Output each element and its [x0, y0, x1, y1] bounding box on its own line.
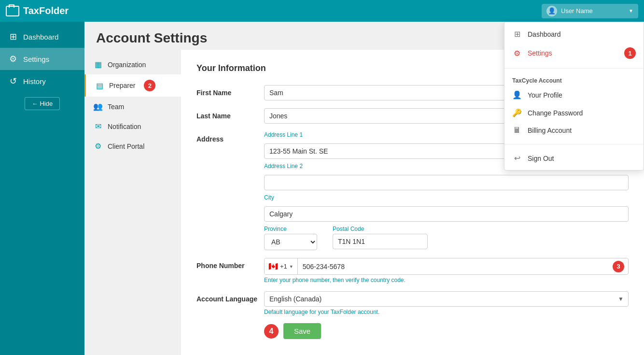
save-button[interactable]: Save — [283, 323, 321, 339]
logo-icon — [6, 6, 19, 16]
dropdown-dashboard-label: Dashboard — [528, 30, 561, 38]
postal-input[interactable] — [333, 234, 428, 249]
language-select[interactable]: English (Canada) French (Canada) English… — [264, 291, 629, 307]
address-line2-input[interactable] — [264, 175, 629, 190]
client-portal-icon: ⚙ — [93, 142, 103, 151]
address-label: Address — [196, 131, 264, 143]
sub-sidebar-preparer-label: Preparer — [109, 82, 135, 89]
sub-sidebar-client-portal[interactable]: ⚙ Client Portal — [84, 136, 181, 156]
language-hint: Default language for your TaxFolder acco… — [264, 309, 629, 315]
province-label: Province — [264, 226, 327, 232]
sub-sidebar-team[interactable]: 👥 Team — [84, 97, 181, 116]
phone-hint: Enter your phone number, then verify the… — [264, 277, 629, 284]
sub-sidebar-notification[interactable]: ✉ Notification — [84, 116, 181, 136]
language-controls: English (Canada) French (Canada) English… — [264, 291, 629, 315]
dropdown-billing-account-item[interactable]: 🖩 Billing Account — [504, 122, 644, 139]
sub-sidebar-organization[interactable]: ▦ Organization — [84, 55, 181, 74]
sub-sidebar-preparer[interactable]: ▤ Preparer 2 — [84, 74, 181, 97]
badge-1: 1 — [624, 47, 636, 59]
save-controls: 4 Save — [264, 323, 629, 339]
dropdown-divider-2 — [504, 144, 644, 144]
badge-3: 3 — [613, 261, 624, 272]
history-sidebar-icon: ↺ — [8, 76, 18, 86]
dropdown-your-profile-label: Your Profile — [528, 91, 562, 99]
dropdown-billing-label: Billing Account — [528, 127, 572, 134]
sign-out-icon: ↩ — [512, 154, 522, 163]
user-menu-button[interactable]: 👤 User Name ▼ — [542, 4, 638, 18]
phone-code: +1 — [280, 263, 287, 270]
language-group: Account Language English (Canada) French… — [196, 291, 629, 315]
user-dropdown-menu: ⊞ Dashboard ⚙ Settings 1 TaxCycle Accoun… — [504, 22, 644, 170]
first-name-label: First Name — [196, 85, 264, 97]
save-label-spacer — [196, 323, 264, 327]
notification-icon: ✉ — [93, 122, 103, 131]
sidebar-item-settings[interactable]: ⚙ Settings — [0, 48, 84, 70]
settings-icon: ⚙ — [512, 49, 522, 58]
language-label: Account Language — [196, 291, 264, 303]
postal-label: Postal Code — [333, 226, 629, 232]
sidebar-item-dashboard-label: Dashboard — [23, 33, 58, 41]
city-label: City — [264, 194, 629, 201]
dropdown-account-section: TaxCycle Account 👤 Your Profile 🔑 Change… — [504, 71, 644, 142]
phone-row: 🇨🇦 +1 ▼ 3 — [264, 258, 629, 275]
dropdown-your-profile-item[interactable]: 👤 Your Profile — [504, 86, 644, 104]
app-logo: TaxFolder — [6, 5, 69, 16]
sidebar-item-history-label: History — [23, 77, 46, 85]
top-bar: TaxFolder 👤 User Name ▼ ⊞ Dashboard ⚙ Se… — [0, 0, 644, 22]
user-name-label: User Name — [561, 7, 593, 14]
sidebar-item-dashboard[interactable]: ⊞ Dashboard — [0, 26, 84, 48]
province-postal-row: Province ABBCMBNB NLNSNTNU ONPEQCSKYT Po… — [264, 226, 629, 250]
sidebar: ⊞ Dashboard ⚙ Settings ↺ History ← Hide — [0, 22, 84, 355]
phone-controls: 🇨🇦 +1 ▼ 3 Enter your phone number, then … — [264, 258, 629, 284]
postal-group: Postal Code — [333, 226, 629, 250]
sub-sidebar-notification-label: Notification — [108, 123, 141, 130]
phone-flag-button[interactable]: 🇨🇦 +1 ▼ — [265, 258, 298, 274]
your-profile-icon: 👤 — [512, 90, 522, 99]
dropdown-dashboard-item[interactable]: ⊞ Dashboard — [504, 25, 644, 43]
phone-input[interactable] — [298, 259, 613, 274]
dropdown-change-password-label: Change Password — [528, 109, 583, 117]
sub-sidebar-client-portal-label: Client Portal — [108, 142, 144, 150]
dropdown-sign-out-label: Sign Out — [528, 155, 554, 162]
organization-icon: ▦ — [93, 60, 103, 69]
settings-sidebar-icon: ⚙ — [8, 54, 18, 64]
dropdown-divider-1 — [504, 68, 644, 69]
phone-group: Phone Number 🇨🇦 +1 ▼ 3 Enter your phone … — [196, 258, 629, 284]
hide-button[interactable]: ← Hide — [25, 97, 60, 110]
dropdown-change-password-item[interactable]: 🔑 Change Password — [504, 104, 644, 122]
hide-button-label: ← Hide — [32, 100, 53, 107]
badge-4: 4 — [264, 324, 279, 339]
change-password-icon: 🔑 — [512, 108, 522, 117]
dashboard-icon: ⊞ — [512, 29, 522, 39]
sub-sidebar-team-label: Team — [108, 103, 124, 111]
phone-label: Phone Number — [196, 258, 264, 270]
save-group: 4 Save — [196, 323, 629, 339]
dashboard-sidebar-icon: ⊞ — [8, 31, 18, 42]
dropdown-signout-section: ↩ Sign Out — [504, 146, 644, 170]
app-name: TaxFolder — [23, 5, 69, 16]
billing-account-icon: 🖩 — [512, 126, 522, 135]
sub-sidebar-organization-label: Organization — [108, 61, 146, 69]
language-select-wrap: English (Canada) French (Canada) English… — [264, 291, 629, 307]
last-name-label: Last Name — [196, 108, 264, 120]
dropdown-sign-out-item[interactable]: ↩ Sign Out — [504, 149, 644, 167]
phone-flag-icon: 🇨🇦 — [268, 262, 278, 271]
province-group: Province ABBCMBNB NLNSNTNU ONPEQCSKYT — [264, 226, 327, 250]
phone-caret-icon: ▼ — [289, 264, 294, 269]
dropdown-section-title: TaxCycle Account — [504, 73, 644, 86]
top-bar-right: 👤 User Name ▼ — [542, 4, 638, 18]
sidebar-item-history[interactable]: ↺ History — [0, 70, 84, 92]
save-button-label: Save — [294, 327, 310, 335]
dropdown-settings-label: Settings — [528, 49, 552, 57]
chevron-down-icon: ▼ — [629, 8, 633, 14]
preparer-icon: ▤ — [95, 81, 104, 90]
user-avatar-icon: 👤 — [546, 6, 557, 16]
sidebar-item-settings-label: Settings — [23, 55, 49, 63]
sub-sidebar: ▦ Organization ▤ Preparer 2 👥 Team ✉ Not… — [84, 50, 181, 355]
dropdown-top-section: ⊞ Dashboard ⚙ Settings 1 — [504, 22, 644, 66]
city-input[interactable] — [264, 206, 629, 222]
team-icon: 👥 — [93, 102, 103, 111]
province-select[interactable]: ABBCMBNB NLNSNTNU ONPEQCSKYT — [264, 234, 317, 250]
badge-2: 2 — [144, 80, 155, 91]
dropdown-settings-item[interactable]: ⚙ Settings 1 — [504, 43, 644, 63]
